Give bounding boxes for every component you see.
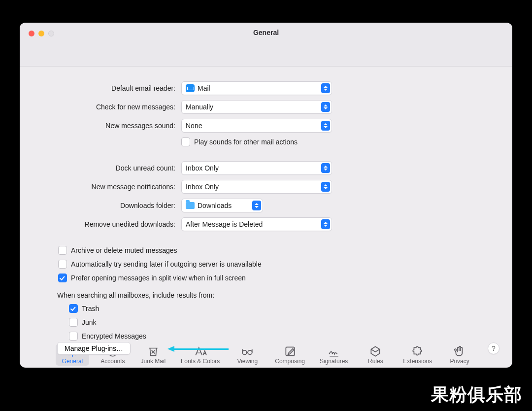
tab-label: Junk Mail [141,358,166,365]
popup-value: After Message is Deleted [186,220,263,228]
chevron-updown-icon [321,121,330,131]
preferences-window: General General Accounts [20,23,512,368]
tab-label: Accounts [100,358,125,365]
tab-label: Viewing [237,358,258,365]
popup-value: Manually [186,103,213,111]
tab-label: Extensions [403,358,432,365]
footer: Manage Plug-ins… ? [57,342,499,355]
chevron-updown-icon [321,83,330,93]
annotation-arrow [167,346,229,352]
dock-count-popup[interactable]: Inbox Only [181,161,332,175]
popup-value: Inbox Only [186,183,219,191]
chevron-updown-icon [321,163,330,173]
mail-app-icon [186,84,195,92]
tab-label: Composing [275,358,305,365]
popup-value: Inbox Only [186,164,219,172]
watermark-text: 果粉俱乐部 [431,383,522,407]
chevron-updown-icon [321,219,330,229]
tab-label: Privacy [450,358,469,365]
tab-label: Rules [368,358,383,365]
folder-icon [186,202,195,209]
chevron-updown-icon [321,102,330,112]
downloads-folder-popup[interactable]: Downloads [181,199,263,212]
arrow-left-icon [167,346,174,352]
tab-label: General [62,358,83,365]
manage-plugins-button[interactable]: Manage Plug-ins… [57,342,131,355]
popup-value: None [186,122,202,130]
help-button[interactable]: ? [488,342,499,354]
tab-label: Signatures [320,358,348,365]
titlebar: General General Accounts [20,23,512,67]
default-reader-popup[interactable]: Mail [181,81,332,95]
popup-value: Mail [198,84,210,92]
window-title: General [20,29,512,36]
chevron-updown-icon [252,201,261,210]
check-messages-popup[interactable]: Manually [181,100,332,114]
chevron-updown-icon [321,182,330,192]
new-sound-popup[interactable]: None [181,119,332,133]
popup-value: Downloads [198,202,232,209]
tab-label: Fonts & Colors [181,358,220,365]
notifications-popup[interactable]: Inbox Only [181,180,332,194]
remove-downloads-popup[interactable]: After Message is Deleted [181,217,332,231]
